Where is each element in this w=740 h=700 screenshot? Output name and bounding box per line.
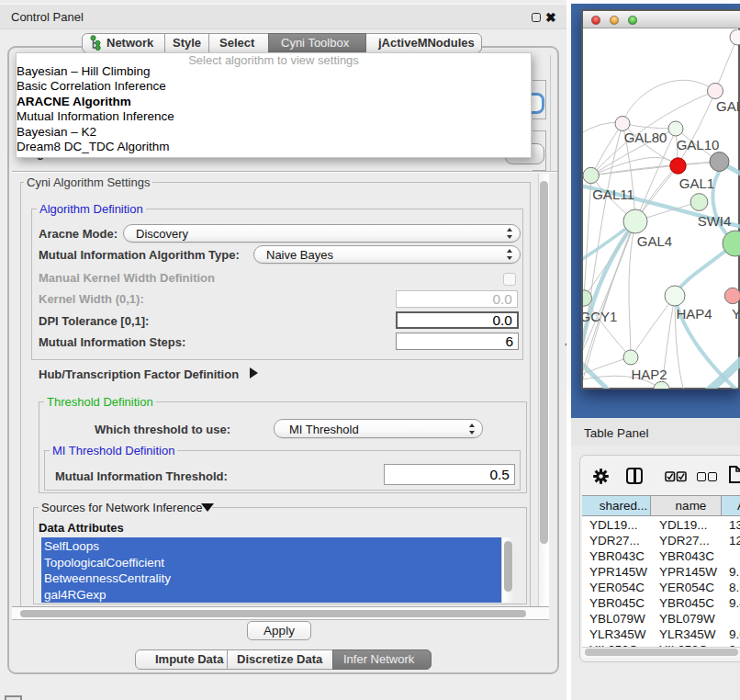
svg-text:GAL80: GAL80	[624, 130, 667, 145]
svg-text:SWI4: SWI4	[698, 213, 732, 229]
svg-text:GCY1: GCY1	[583, 309, 617, 324]
svg-text:GAL7: GAL7	[716, 98, 740, 114]
svg-text:Y: Y	[732, 306, 740, 322]
svg-text:HAP4: HAP4	[676, 306, 712, 322]
svg-text:HAP2: HAP2	[631, 367, 667, 382]
svg-text:GAL11: GAL11	[592, 186, 634, 202]
svg-text:GAL4: GAL4	[637, 233, 672, 249]
svg-text:GAL1: GAL1	[679, 175, 714, 191]
svg-text:GAL10: GAL10	[677, 137, 720, 152]
